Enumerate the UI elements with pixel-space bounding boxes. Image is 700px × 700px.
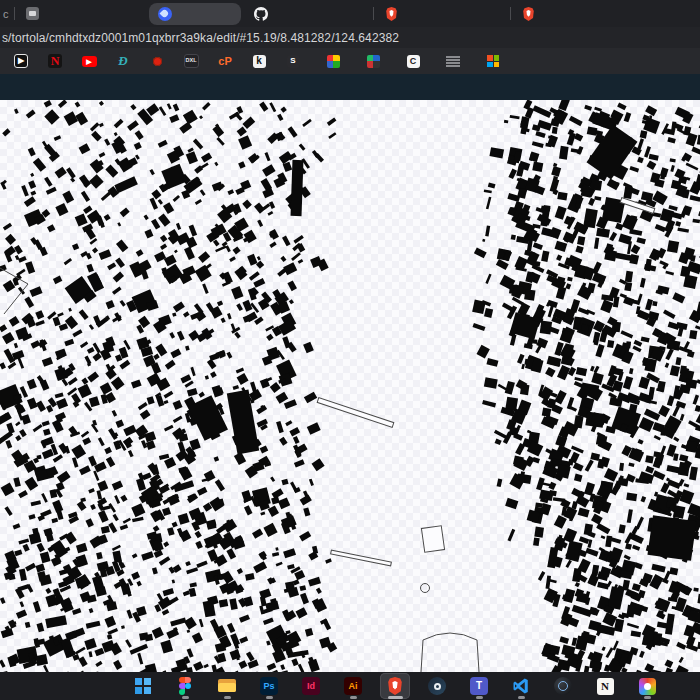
disney-plus-icon: Đ bbox=[118, 53, 127, 69]
brave-favicon bbox=[522, 7, 535, 21]
running-indicator bbox=[182, 696, 189, 699]
github-favicon bbox=[254, 7, 268, 21]
browser-tab[interactable] bbox=[376, 3, 508, 25]
browser-tab[interactable] bbox=[17, 3, 145, 25]
bookmarks-bar: ▶N▶ĐDXLcPkS C bbox=[0, 48, 700, 74]
mac-techs-favicon bbox=[26, 7, 39, 20]
color-palette-icon: C bbox=[407, 55, 420, 68]
mapbox-studio-header bbox=[0, 74, 700, 100]
kijiji-icon: k bbox=[253, 55, 266, 68]
stock-photos-icon: S bbox=[287, 55, 300, 68]
teams-icon: T bbox=[470, 677, 488, 695]
photos-icon bbox=[639, 678, 656, 695]
red-dot-icon bbox=[153, 57, 162, 66]
bookmark-red-dot[interactable] bbox=[142, 51, 172, 71]
taskbar-cinema4d-button[interactable] bbox=[548, 673, 578, 699]
youtube-icon: ▶ bbox=[82, 56, 97, 67]
bookmark-ibm-pc[interactable] bbox=[358, 51, 394, 71]
bookmark-media-play[interactable]: ▶ bbox=[6, 51, 36, 71]
mapbox-favicon bbox=[158, 7, 172, 21]
bookmark-cpanel[interactable]: cP bbox=[210, 51, 240, 71]
taskbar-photos-button[interactable] bbox=[632, 673, 662, 699]
microsoft-icon bbox=[487, 55, 499, 67]
ibm-pc-software-icon bbox=[367, 55, 380, 68]
url-text[interactable]: s/tortola/cmhdtxdz0001m01qxbrr3a9ka/edit… bbox=[0, 31, 399, 45]
vscode-icon bbox=[512, 677, 530, 695]
netflix-icon: N bbox=[48, 54, 62, 68]
running-indicator bbox=[476, 696, 483, 699]
dxl-icon: DXL bbox=[184, 54, 199, 68]
figma-icon bbox=[179, 677, 191, 695]
taskbar-photoshop-button[interactable]: Ps bbox=[254, 673, 284, 699]
bookmark-ibm-design[interactable] bbox=[438, 51, 474, 71]
windows-taskbar: PsIdAiTN bbox=[0, 672, 700, 700]
bookmark-stock-photos[interactable]: S bbox=[278, 51, 314, 71]
map-viewport[interactable] bbox=[0, 100, 700, 672]
steam-icon bbox=[428, 677, 446, 695]
taskbar-explorer-button[interactable] bbox=[212, 673, 242, 699]
taskbar-figma-button[interactable] bbox=[170, 673, 200, 699]
brave-icon bbox=[387, 677, 403, 695]
browser-tab[interactable] bbox=[513, 3, 645, 25]
bookmark-dxl[interactable]: DXL bbox=[176, 51, 206, 71]
bookmark-netflix[interactable]: N bbox=[40, 51, 70, 71]
running-indicator bbox=[388, 696, 403, 699]
running-indicator bbox=[644, 696, 651, 699]
bookmark-youtube[interactable]: ▶ bbox=[74, 51, 104, 71]
notion-icon: N bbox=[597, 678, 614, 695]
taskbar-steam-button[interactable] bbox=[422, 673, 452, 699]
ibm-design-icon bbox=[446, 56, 460, 67]
cinema4d-icon bbox=[554, 677, 572, 695]
running-indicator bbox=[350, 696, 357, 699]
bookmark-disney-plus[interactable]: Đ bbox=[108, 51, 138, 71]
photoshop-icon: Ps bbox=[260, 677, 278, 695]
taskbar-vscode-button[interactable] bbox=[506, 673, 536, 699]
illustrator-icon: Ai bbox=[344, 677, 362, 695]
address-bar[interactable]: s/tortola/cmhdtxdz0001m01qxbrr3a9ka/edit… bbox=[0, 27, 700, 48]
windows-start-icon bbox=[135, 678, 151, 694]
taskbar-indesign-button[interactable]: Id bbox=[296, 673, 326, 699]
indesign-icon: Id bbox=[302, 677, 320, 695]
running-indicator bbox=[224, 696, 231, 699]
map-canvas[interactable] bbox=[0, 100, 700, 672]
running-indicator bbox=[518, 696, 525, 699]
media-play-icon: ▶ bbox=[14, 54, 28, 68]
cpanel-icon: cP bbox=[218, 55, 231, 67]
browser-tab-active[interactable] bbox=[149, 3, 241, 25]
taskbar-start-button[interactable] bbox=[128, 673, 158, 699]
file-explorer-icon bbox=[218, 679, 236, 693]
brave-favicon bbox=[385, 7, 398, 21]
bookmark-color-palette[interactable]: C bbox=[398, 51, 434, 71]
bookmark-kijiji[interactable]: k bbox=[244, 51, 274, 71]
browser-tab[interactable] bbox=[245, 3, 371, 25]
tab-separator bbox=[373, 7, 374, 20]
tab-separator bbox=[14, 7, 15, 20]
taskbar-illustrator-button[interactable]: Ai bbox=[338, 673, 368, 699]
browser-tab-strip: c bbox=[0, 0, 700, 27]
taskbar-brave-button[interactable] bbox=[380, 673, 410, 699]
running-indicator bbox=[266, 696, 273, 699]
usability-ixd-icon bbox=[327, 55, 340, 68]
taskbar-notion-button[interactable]: N bbox=[590, 673, 620, 699]
taskbar-teams-button[interactable]: T bbox=[464, 673, 494, 699]
bookmark-usability-ixd[interactable] bbox=[318, 51, 354, 71]
tab-separator bbox=[510, 7, 511, 20]
overflow-tab-fragment[interactable]: c bbox=[0, 8, 12, 20]
bookmark-microsoft[interactable] bbox=[478, 51, 514, 71]
